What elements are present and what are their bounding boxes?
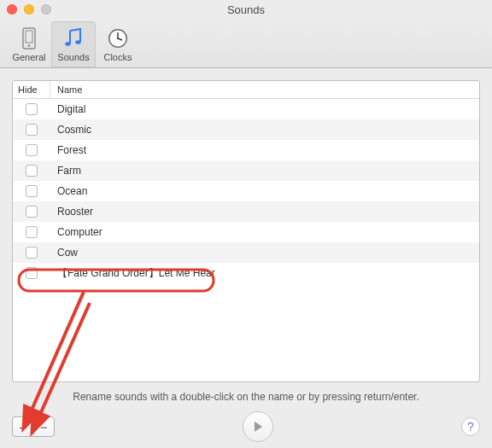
table-row[interactable]: 【Fate Grand Order】Let Me Hear: [13, 263, 479, 283]
tab-general[interactable]: General: [7, 21, 51, 67]
hide-checkbox[interactable]: [26, 267, 38, 279]
content: Hide Name DigitalCosmicForestFarmOceanRo…: [0, 68, 492, 448]
add-button[interactable]: +: [13, 417, 33, 436]
table-header: Hide Name: [13, 81, 479, 99]
hide-cell: [13, 144, 50, 156]
play-button[interactable]: [243, 411, 273, 442]
clock-icon: [106, 26, 130, 50]
sound-name[interactable]: Computer: [50, 226, 479, 238]
svg-point-4: [75, 40, 80, 44]
table-row[interactable]: Computer: [13, 222, 479, 242]
table-row[interactable]: Digital: [13, 99, 479, 119]
hide-cell: [13, 206, 50, 218]
hide-cell: [13, 226, 50, 238]
add-remove-stepper: + −: [12, 416, 55, 437]
svg-point-2: [28, 44, 31, 47]
help-button[interactable]: ?: [461, 417, 480, 436]
tab-label: General: [12, 52, 45, 62]
play-icon: [252, 421, 264, 433]
table-body: DigitalCosmicForestFarmOceanRoosterCompu…: [13, 99, 479, 381]
table-row[interactable]: Cow: [13, 242, 479, 263]
svg-point-3: [65, 42, 70, 45]
table-row[interactable]: Farm: [13, 160, 479, 181]
hide-cell: [13, 267, 50, 279]
sound-name[interactable]: Forest: [50, 144, 479, 156]
hint-text: Rename sounds with a double-click on the…: [12, 382, 480, 410]
window-title: Sounds: [0, 3, 492, 16]
sound-name[interactable]: Cow: [50, 247, 479, 259]
tab-clocks[interactable]: Clocks: [96, 21, 140, 67]
svg-rect-1: [26, 31, 32, 43]
hide-checkbox[interactable]: [26, 165, 38, 177]
remove-button[interactable]: −: [33, 417, 54, 436]
hide-checkbox[interactable]: [26, 226, 38, 238]
hide-checkbox[interactable]: [26, 206, 38, 218]
hide-checkbox[interactable]: [26, 247, 38, 259]
titlebar: Sounds: [0, 0, 492, 19]
column-name[interactable]: Name: [50, 81, 479, 98]
sound-name[interactable]: Ocean: [50, 185, 479, 197]
svg-point-9: [117, 38, 119, 39]
sound-name[interactable]: Cosmic: [50, 124, 479, 136]
sounds-table: Hide Name DigitalCosmicForestFarmOceanRo…: [12, 80, 480, 382]
column-hide[interactable]: Hide: [13, 81, 50, 98]
table-row[interactable]: Cosmic: [13, 119, 479, 140]
hide-cell: [13, 247, 50, 259]
hide-checkbox[interactable]: [26, 144, 38, 156]
hide-checkbox[interactable]: [26, 103, 38, 115]
hide-cell: [13, 103, 50, 115]
music-note-icon: [62, 26, 85, 50]
hide-cell: [13, 124, 50, 136]
table-row[interactable]: Ocean: [13, 181, 479, 201]
hide-cell: [13, 185, 50, 197]
tab-sounds[interactable]: Sounds: [51, 21, 96, 67]
switch-icon: [17, 26, 41, 50]
hide-cell: [13, 165, 50, 177]
tab-label: Clocks: [103, 52, 132, 62]
hide-checkbox[interactable]: [26, 124, 38, 136]
sound-name[interactable]: Farm: [50, 165, 479, 177]
bottom-bar: + − ?: [12, 410, 480, 440]
sound-name[interactable]: Rooster: [50, 206, 479, 218]
hide-checkbox[interactable]: [26, 185, 38, 197]
toolbar: General Sounds Clocks: [0, 19, 492, 68]
sound-name[interactable]: Digital: [50, 103, 479, 115]
table-row[interactable]: Rooster: [13, 201, 479, 222]
tab-label: Sounds: [57, 52, 89, 62]
sound-name[interactable]: 【Fate Grand Order】Let Me Hear: [50, 266, 479, 281]
table-row[interactable]: Forest: [13, 140, 479, 160]
